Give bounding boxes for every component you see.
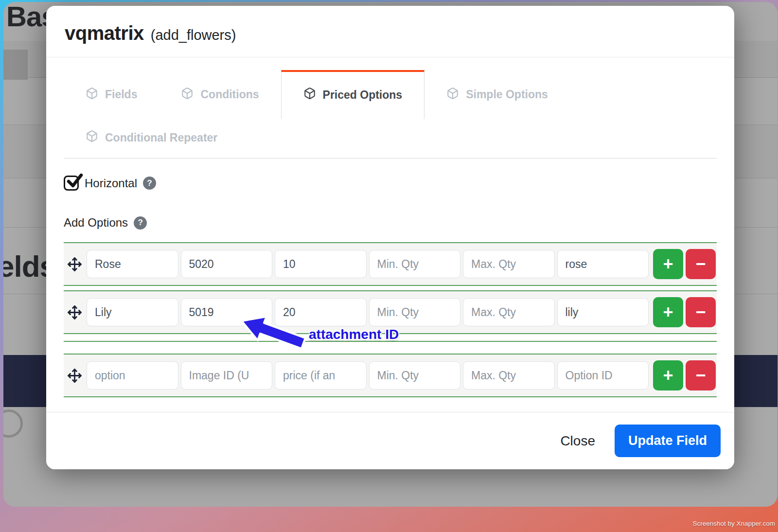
vqmatrix-modal: vqmatrix (add_flowers) Fields Conditions… (46, 6, 734, 469)
modal-footer: Close Update Field (46, 412, 734, 469)
add-row-button[interactable]: + (653, 249, 683, 279)
min-qty-input[interactable] (369, 250, 461, 278)
option-id-input[interactable] (557, 361, 649, 390)
remove-row-button[interactable]: − (686, 360, 716, 390)
update-field-button[interactable]: Update Field (615, 425, 721, 457)
tab-label: Fields (105, 88, 137, 101)
cube-icon (446, 87, 459, 103)
tab-label: Conditional Repeater (105, 131, 217, 144)
help-icon[interactable]: ? (134, 216, 147, 230)
remove-row-button[interactable]: − (686, 249, 716, 279)
background-toggle-circle (3, 409, 23, 438)
option-id-input[interactable] (557, 250, 649, 278)
tab-priced-options[interactable]: Priced Options (281, 70, 425, 119)
watermark: Screenshot by Xnapper.com (692, 520, 775, 527)
image-id-input[interactable] (181, 250, 273, 278)
cube-icon (303, 87, 316, 103)
help-icon[interactable]: ? (143, 177, 156, 190)
cube-icon (86, 87, 98, 103)
option-row: + − (64, 354, 717, 397)
modal-header: vqmatrix (add_flowers) (46, 6, 734, 57)
move-handle-icon[interactable] (65, 257, 84, 272)
tab-conditional-repeater[interactable]: Conditional Repeater (64, 119, 239, 158)
price-input[interactable] (275, 361, 367, 390)
option-id-input[interactable] (557, 298, 649, 326)
max-qty-input[interactable] (463, 298, 555, 326)
tab-fields[interactable]: Fields (64, 70, 159, 119)
options-list: + − + − (64, 242, 717, 397)
tab-conditions[interactable]: Conditions (159, 70, 281, 119)
add-options-label: Add Options (64, 216, 128, 230)
max-qty-input[interactable] (463, 250, 555, 278)
annotation-arrow-icon (237, 315, 315, 352)
remove-row-button[interactable]: − (686, 297, 716, 327)
tab-label: Simple Options (466, 88, 548, 101)
option-name-input[interactable] (87, 250, 178, 278)
cube-icon (86, 130, 98, 145)
option-name-input[interactable] (87, 298, 178, 326)
min-qty-input[interactable] (369, 298, 461, 326)
price-input[interactable] (275, 250, 367, 278)
add-row-button[interactable]: + (653, 360, 683, 390)
annotation-label: attachment ID (309, 327, 399, 342)
image-id-input[interactable] (181, 361, 273, 390)
option-row: + − (64, 242, 717, 286)
max-qty-input[interactable] (463, 361, 555, 390)
horizontal-checkbox[interactable] (64, 176, 79, 191)
checkmark-icon (67, 174, 83, 189)
tab-label: Priced Options (323, 89, 403, 102)
tab-label: Conditions (200, 88, 259, 101)
option-name-input[interactable] (87, 361, 178, 390)
modal-subtitle: (add_flowers) (151, 27, 236, 43)
move-handle-icon[interactable] (65, 305, 84, 320)
add-row-button[interactable]: + (653, 297, 683, 327)
tab-simple-options[interactable]: Simple Options (424, 70, 570, 119)
min-qty-input[interactable] (369, 361, 461, 390)
close-button[interactable]: Close (560, 433, 595, 449)
tab-bar: Fields Conditions Priced Options Simple … (64, 70, 717, 159)
horizontal-label: Horizontal (85, 177, 137, 190)
modal-title: vqmatrix (65, 22, 144, 44)
background-button-fragment (3, 50, 28, 80)
move-handle-icon[interactable] (65, 368, 84, 383)
cube-icon (181, 87, 194, 103)
